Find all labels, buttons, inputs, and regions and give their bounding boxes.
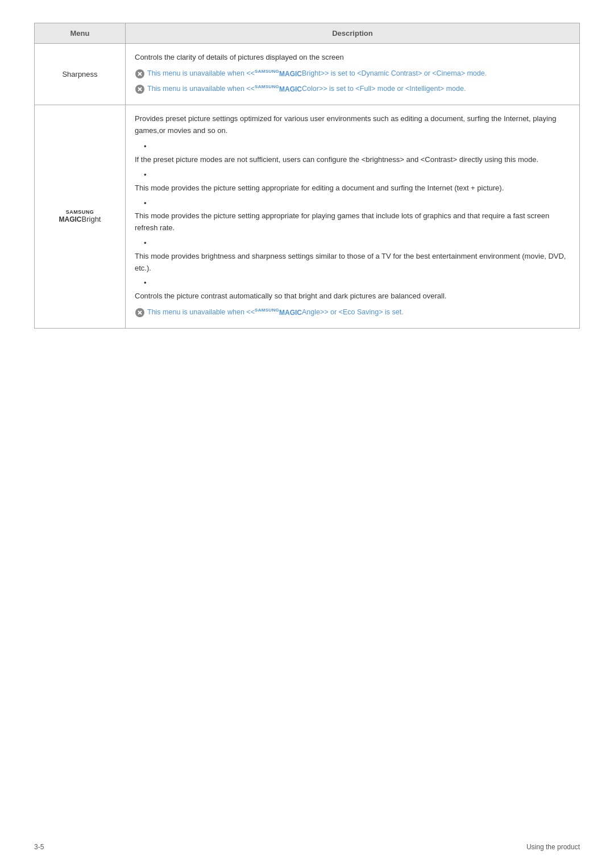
warning-text: This menu is unavailable when <<SAMSUNGM… bbox=[147, 68, 487, 79]
col-menu-header: Menu bbox=[35, 23, 126, 44]
warning-icon bbox=[135, 84, 145, 94]
menu-cell-0: Sharpness bbox=[35, 44, 126, 105]
warning-row: This menu is unavailable when <<SAMSUNGM… bbox=[135, 84, 570, 94]
menu-label: Sharpness bbox=[62, 70, 97, 78]
col-desc-header: Description bbox=[126, 23, 580, 44]
warning-row: This menu is unavailable when <<SAMSUNGM… bbox=[135, 68, 570, 79]
bullet-title: • bbox=[144, 169, 570, 181]
bullet-body: Controls the picture contrast automatica… bbox=[135, 290, 570, 302]
table-row: SAMSUNGMAGICBrightProvides preset pictur… bbox=[35, 105, 580, 328]
bullet-body: This mode provides the picture setting a… bbox=[135, 182, 570, 194]
bullet-title: • bbox=[144, 198, 570, 210]
magic-bright-label: SAMSUNGMAGICBright bbox=[44, 209, 116, 223]
bullet-body: If the preset picture modes are not suff… bbox=[135, 154, 570, 166]
desc-cell-0: Controls the clarity of details of pictu… bbox=[126, 44, 580, 105]
page-wrapper: Menu Description SharpnessControls the c… bbox=[0, 0, 614, 374]
warning-row: This menu is unavailable when <<SAMSUNGM… bbox=[135, 307, 570, 318]
menu-cell-1: SAMSUNGMAGICBright bbox=[35, 105, 126, 328]
desc-cell-1: Provides preset picture settings optimiz… bbox=[126, 105, 580, 328]
table-row: SharpnessControls the clarity of details… bbox=[35, 44, 580, 105]
warning-icon bbox=[135, 308, 145, 318]
page-footer: 3-5 Using the product bbox=[34, 843, 580, 851]
bullet-body: This mode provides brightness and sharpn… bbox=[135, 251, 570, 275]
desc-intro: Provides preset picture settings optimiz… bbox=[135, 113, 570, 137]
main-table: Menu Description SharpnessControls the c… bbox=[34, 23, 580, 329]
footer-section-title: Using the product bbox=[526, 843, 580, 851]
bullet-title: • bbox=[144, 277, 570, 289]
desc-intro: Controls the clarity of details of pictu… bbox=[135, 52, 570, 64]
warning-text: This menu is unavailable when <<SAMSUNGM… bbox=[147, 307, 404, 318]
warning-text: This menu is unavailable when <<SAMSUNGM… bbox=[147, 84, 466, 94]
warning-icon bbox=[135, 69, 145, 79]
bullet-title: • bbox=[144, 238, 570, 250]
footer-page-number: 3-5 bbox=[34, 843, 44, 851]
bullet-title: • bbox=[144, 141, 570, 153]
bullet-body: This mode provides the picture setting a… bbox=[135, 210, 570, 234]
